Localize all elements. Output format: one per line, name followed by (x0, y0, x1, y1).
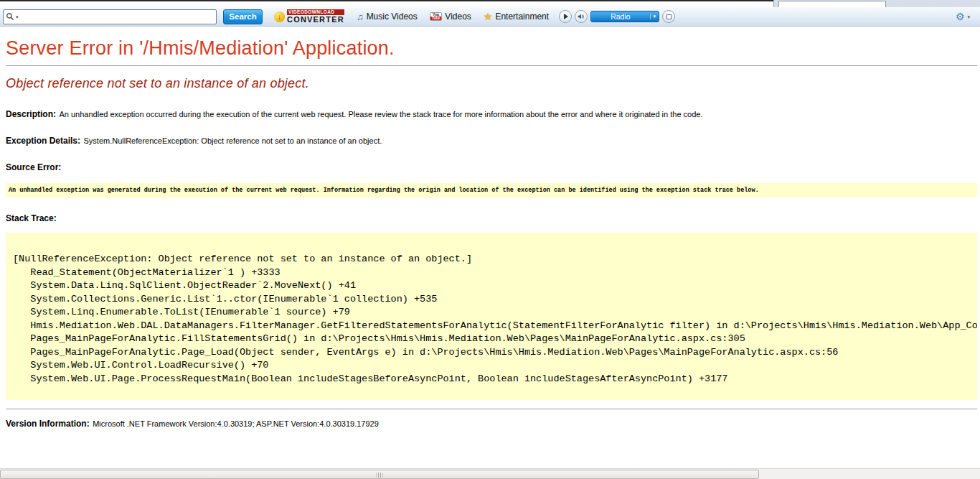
chevron-down-icon: ▾ (967, 14, 970, 19)
search-input[interactable] (20, 11, 214, 23)
stack-trace-row: Stack Trace: (6, 211, 980, 224)
logo-line1: VIDEODOWNLOAD (287, 9, 344, 16)
aspnet-error-page: Server Error in '/Hmis/Mediation' Applic… (0, 27, 980, 468)
video-download-converter-logo[interactable]: ↓ VIDEODOWNLOAD CONVERTER (274, 9, 344, 24)
description-text: An unhandled exception occurred during t… (59, 110, 702, 118)
divider (6, 409, 977, 409)
search-icon (6, 12, 14, 21)
toolbar-link-music-videos[interactable]: ♫ Music Videos (357, 11, 418, 22)
page-title: Server Error in '/Hmis/Mediation' Applic… (6, 37, 980, 60)
toolbar-link-label: Videos (445, 11, 471, 22)
stop-icon (666, 14, 672, 19)
chevron-down-icon: ▾ (650, 14, 656, 19)
speaker-icon (578, 13, 585, 20)
source-error-text: An unhandled exception was generated dur… (9, 187, 759, 194)
version-info-label: Version Information: (6, 419, 90, 429)
version-info-text: Microsoft .NET Framework Version:4.0.303… (93, 419, 379, 428)
toolbar-tools-menu[interactable]: ⚙ ▾ (956, 11, 971, 22)
stack-trace-label: Stack Trace: (6, 213, 57, 223)
search-provider-caret-icon[interactable]: ▾ (16, 14, 19, 19)
toolbar-link-videos[interactable]: You Tube Videos (430, 11, 471, 22)
volume-button[interactable] (575, 10, 588, 23)
logo-line2: CONVERTER (287, 16, 344, 24)
youtube-icon: You Tube (430, 12, 443, 21)
scrollbar-grip-icon (377, 473, 383, 478)
description-row: Description: An unhandled exception occu… (6, 107, 980, 120)
search-button[interactable]: Search (223, 9, 263, 24)
radio-player: Radio ▾ (559, 10, 675, 23)
play-button[interactable] (559, 10, 572, 23)
source-error-box: An unhandled exception was generated dur… (6, 183, 977, 197)
search-box[interactable]: ▾ (3, 9, 217, 24)
toolbar-link-entertainment[interactable]: ★ Entertainment (484, 11, 549, 22)
tools-icon: ⚙ (956, 11, 965, 22)
download-arrow-icon: ↓ (274, 11, 285, 22)
stack-trace-box: [NullReferenceException: Object referenc… (6, 233, 977, 400)
horizontal-scrollbar[interactable] (0, 468, 980, 479)
radio-dropdown[interactable]: Radio ▾ (590, 11, 659, 22)
media-extra-button[interactable] (662, 10, 675, 23)
play-icon (564, 14, 568, 19)
error-subtitle: Object reference not set to an instance … (6, 76, 980, 91)
version-info-row: Version Information: Microsoft .NET Fram… (6, 417, 980, 429)
description-label: Description: (6, 109, 56, 119)
exception-details-row: Exception Details: System.NullReferenceE… (6, 134, 980, 147)
music-note-icon: ♫ (357, 12, 364, 22)
browser-toolbar: ▾ Search ↓ VIDEODOWNLOAD CONVERTER ♫ Mus… (0, 7, 980, 27)
radio-label: Radio (594, 12, 646, 21)
youtube-icon-bottom: Tube (430, 17, 442, 20)
source-error-label: Source Error: (6, 162, 61, 172)
source-error-row: Source Error: (6, 160, 980, 173)
exception-details-label: Exception Details: (6, 136, 80, 146)
window-top-edge (0, 0, 980, 7)
partial-dropdown (778, 1, 886, 7)
exception-details-text: System.NullReferenceException: Object re… (83, 136, 382, 145)
background-window-fragment (773, 0, 980, 7)
toolbar-link-label: Music Videos (367, 11, 418, 22)
divider (6, 65, 977, 66)
stack-trace-text: [NullReferenceException: Object referenc… (13, 253, 977, 386)
horizontal-scrollbar-thumb[interactable] (0, 470, 759, 479)
window-border (0, 0, 775, 1)
toolbar-link-label: Entertainment (495, 11, 549, 22)
star-icon: ★ (484, 11, 493, 22)
